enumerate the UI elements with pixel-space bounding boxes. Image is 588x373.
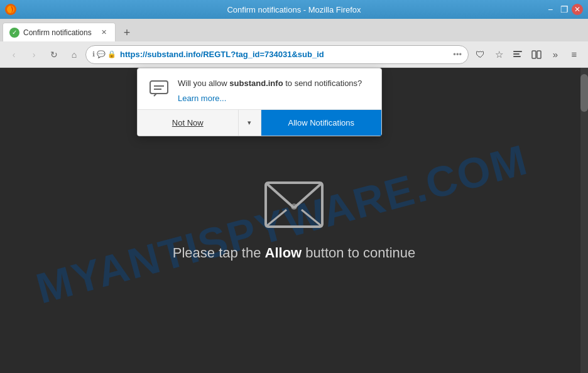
svg-line-11	[302, 210, 322, 227]
tab-title: Confirm notifications	[23, 28, 95, 37]
bookmarks-library-icon[interactable]	[509, 46, 526, 63]
titlebar-title: Confirm notifications - Mozilla Firefox	[227, 5, 361, 14]
popup-body: Will you allow substand.info to send not…	[138, 68, 381, 109]
notification-popup: Will you allow substand.info to send not…	[137, 68, 382, 136]
svg-rect-6	[537, 51, 541, 58]
envelope-icon	[263, 180, 325, 232]
tab-favicon-icon: ✓	[9, 28, 19, 38]
close-button[interactable]: ✕	[572, 4, 583, 15]
forward-button[interactable]: ›	[25, 46, 43, 63]
svg-rect-5	[532, 51, 536, 58]
svg-point-12	[291, 203, 297, 210]
address-bar[interactable]: ℹ 💬 🔒 https://substand.info/REGTL?tag_id…	[85, 45, 469, 64]
popup-message-prefix: Will you allow	[178, 78, 229, 88]
new-tab-button[interactable]: +	[118, 24, 136, 41]
address-icons-left: ℹ 💬 🔒	[92, 50, 116, 58]
svg-rect-4	[513, 56, 521, 57]
message-prefix: Please tap the	[173, 245, 265, 261]
notification-chat-icon	[148, 77, 170, 100]
home-button[interactable]: ⌂	[65, 46, 83, 63]
popup-text: Will you allow substand.info to send not…	[178, 77, 371, 103]
message-bold: Allow	[265, 245, 302, 261]
titlebar-controls: − ❐ ✕	[544, 3, 583, 16]
back-button[interactable]: ‹	[5, 46, 23, 63]
tabbar: ✓ Confirm notifications ✕ +	[0, 19, 588, 41]
url-text: https://substand.info/REGTL?tag_id=73403…	[120, 50, 449, 59]
titlebar-left	[5, 4, 16, 15]
popup-site-name: substand.info	[229, 78, 283, 88]
not-now-button[interactable]: Not Now	[138, 110, 239, 136]
scrollbar-thumb[interactable]	[580, 74, 588, 112]
popup-message-suffix: to send notifications?	[283, 78, 362, 88]
toolbar-icons: 🛡 ☆ » ≡	[471, 46, 583, 63]
popup-actions: Not Now ▾ Allow Notifications	[138, 109, 381, 136]
lock-icon: 🔒	[107, 50, 116, 58]
tab-close-button[interactable]: ✕	[99, 28, 109, 38]
firefox-logo-icon	[5, 4, 16, 15]
bookmark-star-icon[interactable]: ☆	[490, 46, 508, 63]
main-message: Please tap the Allow button to continue	[173, 245, 415, 261]
not-now-dropdown-button[interactable]: ▾	[239, 110, 261, 136]
sidebar-toggle-icon[interactable]	[528, 46, 545, 63]
maximize-button[interactable]: ❐	[558, 3, 570, 16]
svg-line-8	[266, 183, 294, 208]
refresh-button[interactable]: ↻	[45, 46, 63, 63]
titlebar: Confirm notifications - Mozilla Firefox …	[0, 0, 588, 19]
scrollbar[interactable]	[580, 68, 588, 373]
svg-point-1	[7, 6, 14, 13]
chat-icon: 💬	[97, 50, 106, 58]
menu-icon[interactable]: ≡	[565, 46, 583, 63]
allow-notifications-button[interactable]: Allow Notifications	[261, 110, 381, 136]
learn-more-link[interactable]: Learn more...	[178, 94, 371, 103]
minimize-button[interactable]: −	[544, 3, 557, 16]
extensions-icon[interactable]: »	[547, 46, 564, 63]
svg-rect-13	[150, 81, 168, 94]
shield-icon[interactable]: 🛡	[471, 46, 489, 63]
popup-message: Will you allow substand.info to send not…	[178, 77, 371, 90]
navbar: ‹ › ↻ ⌂ ℹ 💬 🔒 https://substand.info/REGT…	[0, 41, 588, 68]
active-tab[interactable]: ✓ Confirm notifications ✕	[3, 23, 116, 41]
svg-line-10	[266, 210, 286, 227]
svg-rect-2	[513, 51, 522, 52]
message-suffix: button to continue	[302, 245, 415, 261]
svg-rect-3	[513, 53, 520, 55]
more-icon[interactable]: •••	[453, 50, 462, 59]
address-icons-right: •••	[453, 50, 462, 59]
svg-line-9	[294, 183, 322, 208]
info-icon: ℹ	[92, 50, 95, 58]
